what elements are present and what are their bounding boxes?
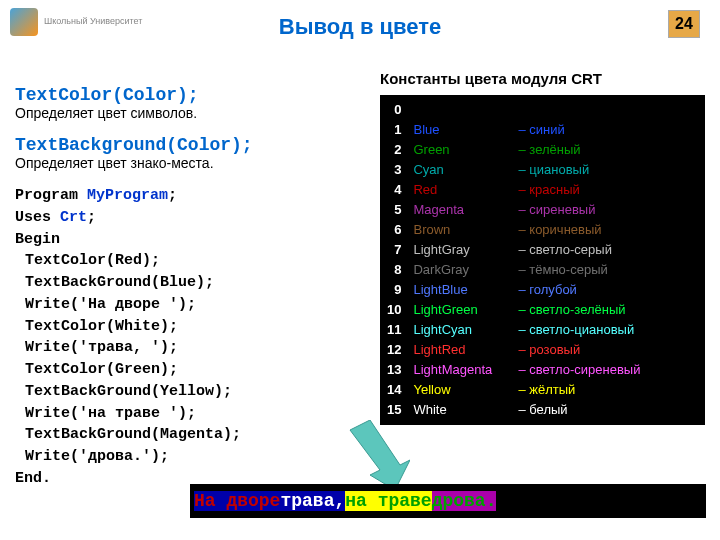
color-row-num: 7 (387, 240, 401, 260)
color-row-num: 11 (387, 320, 401, 340)
left-column: TextColor(Color); Определяет цвет символ… (15, 85, 365, 490)
proc-textcolor: TextColor(Color); (15, 85, 365, 105)
color-row: LightCyan– светло-циановый (413, 320, 698, 340)
color-row-num: 6 (387, 220, 401, 240)
color-table-names: Black– чёрныйBlue– синийGreen– зелёныйCy… (407, 96, 704, 424)
color-row-num: 4 (387, 180, 401, 200)
brand-text: Школьный Университет (44, 17, 142, 27)
color-table: 0123456789101112131415 Black– чёрныйBlue… (380, 95, 705, 425)
color-row-num: 15 (387, 400, 401, 420)
color-row-num: 14 (387, 380, 401, 400)
color-row-num: 2 (387, 140, 401, 160)
right-column: Константы цвета модуля CRT 0123456789101… (380, 70, 705, 425)
color-row: Red– красный (413, 180, 698, 200)
logo-icon (10, 8, 38, 36)
code-block: Program MyProgram; Uses Crt; Begin TextC… (15, 185, 365, 490)
color-row-num: 12 (387, 340, 401, 360)
color-row: White– белый (413, 400, 698, 420)
color-row: Yellow– жёлтый (413, 380, 698, 400)
output-segment: На дворе (194, 491, 280, 511)
page-number: 24 (668, 10, 700, 38)
color-row: Brown– коричневый (413, 220, 698, 240)
color-row-num: 5 (387, 200, 401, 220)
color-row-num: 8 (387, 260, 401, 280)
color-row: Green– зелёный (413, 140, 698, 160)
color-row: LightBlue– голубой (413, 280, 698, 300)
page-title: Вывод в цвете (279, 14, 442, 40)
svg-marker-0 (350, 420, 410, 490)
color-table-nums: 0123456789101112131415 (381, 96, 407, 424)
output-segment: на траве (345, 491, 431, 511)
color-table-title: Константы цвета модуля CRT (380, 70, 705, 87)
brand-logo: Школьный Университет (10, 8, 142, 36)
output-bar: На дворе трава, на траве дрова. (190, 484, 706, 518)
color-row-num: 0 (387, 100, 401, 120)
color-row: Black– чёрный (413, 100, 698, 120)
color-row: LightGreen– светло-зелёный (413, 300, 698, 320)
header: Школьный Университет Вывод в цвете 24 (0, 0, 720, 60)
proc-textcolor-desc: Определяет цвет символов. (15, 105, 365, 121)
color-row: LightRed– розовый (413, 340, 698, 360)
color-row: Magenta– сиреневый (413, 200, 698, 220)
color-row: LightMagenta– светло-сиреневый (413, 360, 698, 380)
color-row: DarkGray– тёмно-серый (413, 260, 698, 280)
color-row-num: 3 (387, 160, 401, 180)
arrow-icon (340, 420, 410, 490)
proc-textbackground: TextBackground(Color); (15, 135, 365, 155)
color-row-num: 9 (387, 280, 401, 300)
color-row-num: 13 (387, 360, 401, 380)
color-row: LightGray– светло-серый (413, 240, 698, 260)
output-segment: трава, (280, 491, 345, 511)
color-row-num: 10 (387, 300, 401, 320)
color-row: Cyan– циановый (413, 160, 698, 180)
output-segment: дрова. (432, 491, 497, 511)
color-row-num: 1 (387, 120, 401, 140)
color-row: Blue– синий (413, 120, 698, 140)
proc-textbackground-desc: Определяет цвет знако-места. (15, 155, 365, 171)
